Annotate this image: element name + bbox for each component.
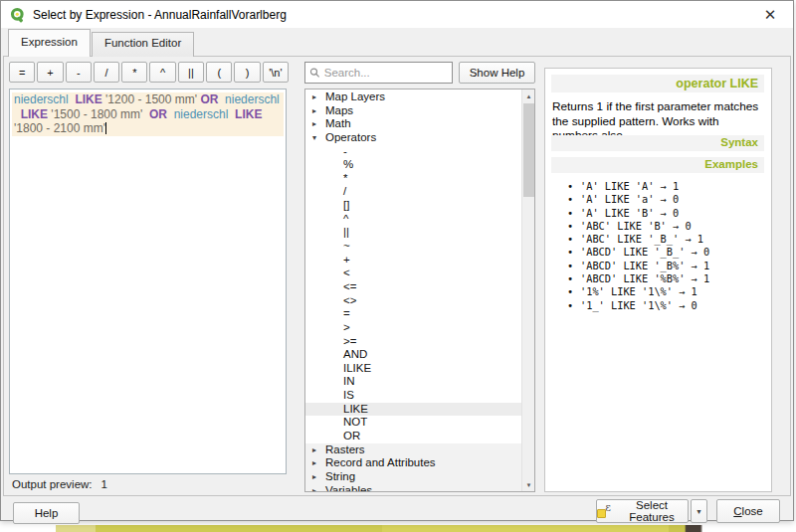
tree-item-label: < — [343, 266, 350, 280]
chevron-right-icon[interactable]: ▸ — [312, 443, 323, 457]
tree-item-label: Map Layers — [325, 90, 385, 104]
tree-item[interactable]: + — [305, 254, 521, 267]
tree-item-label: / — [343, 185, 346, 199]
operator-button[interactable]: = — [9, 62, 35, 83]
select-features-label: Select Features — [616, 499, 688, 523]
tree-item[interactable]: <> — [305, 294, 521, 308]
map-canvas-bottom-sliver — [0, 525, 796, 532]
chevron-right-icon[interactable]: ▸ — [312, 104, 323, 118]
tree-item[interactable]: % — [305, 158, 521, 172]
chevron-right-icon[interactable]: ▸ — [312, 484, 323, 492]
close-button[interactable]: Close — [716, 499, 780, 523]
example-item: •'A' LIKE 'B' → 0 — [567, 207, 767, 220]
tree-item[interactable]: = — [305, 307, 521, 321]
tree-item-label: ILIKE — [343, 362, 371, 376]
search-input[interactable] — [324, 67, 448, 79]
chevron-right-icon[interactable]: ▸ — [312, 117, 323, 131]
tree-item[interactable]: > — [305, 321, 521, 335]
operator-button[interactable]: '\n' — [263, 62, 289, 83]
output-preview: Output preview:1 — [12, 478, 107, 490]
function-help-panel: operator LIKE Returns 1 if the first par… — [544, 68, 772, 492]
tree-item-label: - — [343, 145, 347, 159]
tree-item-label: = — [343, 307, 350, 321]
tree-item-label: LIKE — [343, 403, 368, 417]
operator-buttons: =+-/*^||()'\n' — [9, 62, 294, 83]
operator-button[interactable]: * — [121, 62, 147, 83]
chevron-right-icon[interactable]: ▸ — [312, 90, 323, 104]
select-features-button[interactable]: ε Select Features — [596, 499, 689, 523]
tree-item-label: [] — [343, 199, 349, 213]
tree-item[interactable]: < — [305, 266, 521, 280]
help-examples-heading: Examples — [551, 157, 764, 173]
scroll-down-icon[interactable]: ▼ — [522, 478, 535, 491]
operator-button[interactable]: - — [66, 62, 92, 83]
tree-item[interactable]: / — [305, 185, 521, 199]
operator-button[interactable]: ) — [234, 62, 260, 83]
tree-item[interactable]: >= — [305, 335, 521, 349]
window-close-icon[interactable]: ✕ — [757, 5, 783, 25]
tree-item-ilike[interactable]: ILIKE — [305, 362, 521, 376]
help-button[interactable]: Help — [13, 502, 80, 524]
tree-item-map-layers[interactable]: ▸Map Layers — [305, 90, 521, 104]
operator-button[interactable]: / — [94, 62, 119, 83]
tree-item-label: + — [343, 254, 350, 267]
chevron-down-icon[interactable]: ▾ — [312, 131, 323, 145]
output-preview-label: Output preview: — [12, 478, 93, 490]
example-item: •'ABCD' LIKE '_B_' → 0 — [567, 246, 767, 259]
tree-item-label: >= — [343, 335, 356, 349]
help-syntax-heading: Syntax — [551, 135, 764, 151]
tree-item-or[interactable]: OR — [305, 430, 521, 443]
expression-line: '1800 - 2100 mm' — [12, 121, 284, 136]
tree-item-and[interactable]: AND — [305, 348, 521, 362]
example-item: •'ABC' LIKE 'B' → 0 — [567, 220, 767, 233]
tree-item-variables[interactable]: ▸Variables — [305, 484, 521, 492]
operator-button[interactable]: ^ — [149, 62, 175, 83]
tree-item-like[interactable]: LIKE — [305, 403, 521, 417]
show-help-button[interactable]: Show Help — [459, 62, 535, 84]
expression-editor[interactable]: niederschl LIKE '1200 - 1500 mm' OR nied… — [9, 89, 287, 474]
tree-scrollbar[interactable]: ▲ ▼ — [521, 89, 534, 491]
tree-item-label: IN — [343, 375, 355, 389]
function-tree: ▸Map Layers▸Maps▸Math▾Operators-%*/[]^||… — [304, 89, 535, 492]
tree-item-in[interactable]: IN — [305, 375, 521, 389]
tree-item[interactable]: <= — [305, 280, 521, 294]
tab-expression[interactable]: Expression — [8, 29, 91, 57]
tree-item-is[interactable]: IS — [305, 389, 521, 403]
tree-item[interactable]: [] — [305, 199, 521, 213]
search-icon — [309, 67, 320, 79]
tree-item-string[interactable]: ▸String — [305, 470, 521, 484]
tree-item[interactable]: || — [305, 226, 521, 240]
tree-item-label: || — [343, 226, 349, 240]
tab-function-editor[interactable]: Function Editor — [92, 32, 194, 57]
tree-item-maps[interactable]: ▸Maps — [305, 104, 521, 118]
tree-item-not[interactable]: NOT — [305, 416, 521, 430]
scrollbar-thumb[interactable] — [523, 103, 534, 197]
tree-item-label: <> — [343, 294, 356, 308]
tree-item-label: Maps — [325, 104, 353, 118]
operator-button[interactable]: + — [37, 62, 63, 83]
select-by-expression-dialog: Select by Expression - AnnualRainfallVor… — [0, 0, 794, 521]
titlebar[interactable]: Select by Expression - AnnualRainfallVor… — [1, 1, 793, 28]
operator-button[interactable]: || — [178, 62, 204, 83]
tree-item-label: NOT — [343, 416, 367, 430]
tree-item-operators[interactable]: ▾Operators — [305, 131, 521, 145]
chevron-right-icon[interactable]: ▸ — [312, 456, 323, 470]
tree-item-math[interactable]: ▸Math — [305, 117, 521, 131]
tree-item-label: OR — [343, 430, 360, 443]
select-features-dropdown-icon[interactable]: ▼ — [691, 499, 707, 523]
chevron-right-icon[interactable]: ▸ — [312, 470, 323, 484]
operator-button[interactable]: ( — [206, 62, 232, 83]
tree-item[interactable]: ^ — [305, 213, 521, 227]
scroll-up-icon[interactable]: ▲ — [522, 89, 535, 102]
tree-item[interactable]: * — [305, 172, 521, 186]
expression-line: LIKE '1500 - 1800 mm' OR niederschl LIKE — [12, 107, 284, 122]
tree-item[interactable]: ~ — [305, 240, 521, 254]
example-item: •'ABC' LIKE '_B_' → 1 — [567, 233, 767, 246]
example-item: •'1%' LIKE '1\%' → 1 — [567, 285, 767, 298]
help-title: operator LIKE — [551, 75, 764, 92]
tree-item-record-and-attributes[interactable]: ▸Record and Attributes — [305, 456, 521, 470]
tree-item-label: AND — [343, 348, 367, 362]
tree-item[interactable]: - — [305, 145, 521, 159]
tree-item-label: Variables — [325, 484, 372, 492]
tree-item-rasters[interactable]: ▸Rasters — [305, 443, 521, 457]
